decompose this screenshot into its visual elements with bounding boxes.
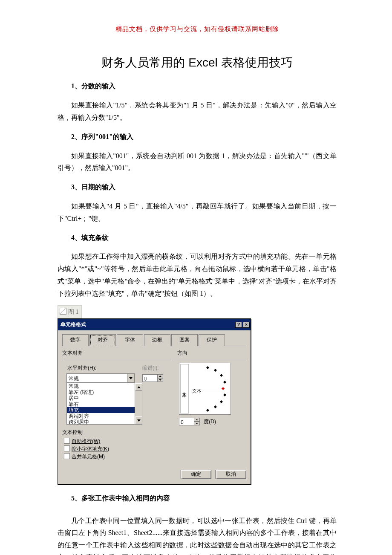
scroll-down-button[interactable] — [135, 416, 142, 424]
list-item[interactable]: 两端对齐 — [67, 413, 142, 419]
section-5-heading: 5、多张工作表中输入相同的内容 — [58, 492, 337, 505]
wrap-checkbox[interactable]: 自动换行(W) — [64, 437, 173, 445]
tab-number[interactable]: 数字 — [62, 334, 89, 346]
list-item[interactable]: 居中 — [67, 395, 142, 401]
horizontal-align-label: 水平对齐(H): — [67, 364, 142, 373]
orientation-group-label: 方向 — [177, 349, 246, 358]
chevron-down-icon — [159, 379, 161, 381]
combo-dropdown-button[interactable] — [127, 373, 135, 383]
checkbox-icon — [64, 453, 70, 459]
section-4-heading: 4、填充条纹 — [58, 232, 337, 244]
degree-label: 度(D) — [204, 419, 216, 425]
dialog-title: 单元格格式 — [61, 320, 86, 330]
orientation-line — [202, 389, 223, 389]
chevron-down-icon — [129, 377, 133, 379]
tab-font[interactable]: 字体 — [117, 334, 143, 346]
section-1-heading: 1、分数的输入 — [58, 80, 337, 92]
top-note: 精品文档，仅供学习与交流，如有侵权请联系网站删除 — [58, 23, 337, 35]
figure-label: 图 1 — [58, 305, 82, 318]
cancel-button[interactable]: 取消 — [216, 470, 246, 479]
scroll-up-button[interactable] — [135, 383, 142, 391]
horizontal-align-list[interactable]: 常规 靠左 (缩进) 居中 靠右 填充 两端对齐 跨列居中 — [66, 383, 142, 425]
checkbox-icon — [64, 445, 70, 451]
spin-down-button[interactable] — [194, 422, 200, 425]
chevron-up-icon — [159, 376, 161, 377]
list-item-selected[interactable]: 填充 — [67, 407, 142, 413]
section-3-body: 如果要输入"4 月 5 日"，直接输入"4/5"，再敲回车就行了。如果要输入当前… — [58, 200, 337, 225]
merge-checkbox[interactable]: 合并单元格(M) — [64, 453, 173, 460]
dialog-body: 数字 对齐 字体 边框 图案 保护 文本对齐 水平对齐(H): — [58, 330, 251, 484]
tab-protect[interactable]: 保护 — [199, 334, 225, 346]
dialog-titlebar[interactable]: 单元格格式 ? × — [58, 319, 251, 331]
tab-align[interactable]: 对齐 — [89, 334, 116, 346]
main-title: 财务人员常用的 Excel 表格使用技巧 — [58, 52, 337, 73]
section-5-body: 几个工作表中同一位置填入同一数据时，可以选中一张工作表，然后按住 Ctrl 键，… — [58, 515, 337, 555]
shrink-checkbox[interactable]: 缩小字体填充(K) — [64, 445, 173, 453]
spin-up-button[interactable] — [194, 418, 200, 422]
orientation-dial[interactable]: 文本 — [190, 364, 230, 413]
horizontal-align-value: 常规 — [66, 373, 127, 383]
section-1-body: 如果直接输入"1/5"，系统会将其变为"1 月 5 日"，解决办法是：先输入"0… — [58, 99, 337, 124]
horizontal-align-combo[interactable]: 常规 — [66, 373, 135, 383]
scrollbar[interactable] — [135, 383, 142, 424]
list-item[interactable]: 常规 — [67, 383, 142, 389]
tab-strip: 数字 对齐 字体 边框 图案 保护 — [62, 334, 246, 346]
page: 精品文档，仅供学习与交流，如有侵权请联系网站删除 财务人员常用的 Excel 表… — [0, 0, 392, 555]
tab-border[interactable]: 边框 — [144, 334, 170, 346]
chevron-up-icon — [196, 419, 198, 420]
orientation-control[interactable]: 文本 文本 — [179, 363, 231, 415]
cell-format-dialog: 单元格格式 ? × 数字 对齐 字体 边框 图案 保护 文本对齐 — [58, 318, 251, 485]
spin-up-button[interactable] — [157, 374, 163, 378]
indent-value[interactable]: 0 — [142, 374, 157, 382]
section-2-body: 如果直接输入"001"，系统会自动判断 001 为数据 1，解决办法是：首先输入… — [58, 150, 337, 175]
list-item[interactable]: 靠右 — [67, 401, 142, 407]
figure-1: 图 1 单元格格式 ? × 数字 对齐 字体 边框 图案 保护 — [58, 305, 337, 485]
orientation-vertical-text[interactable]: 文本 — [180, 364, 189, 413]
section-4-body: 如果想在工作簿中加入漂亮的横条纹，可以利用对齐方式中的填充功能。先在一单元格内填… — [58, 251, 337, 300]
checkbox-icon — [64, 438, 70, 444]
indent-spinner[interactable]: 0 — [142, 374, 163, 382]
section-2-heading: 2、序列"001"的输入 — [58, 131, 337, 143]
tab-pattern[interactable]: 图案 — [171, 334, 198, 346]
list-item[interactable]: 靠左 (缩进) — [67, 389, 142, 395]
text-align-group-label: 文本对齐 — [62, 349, 173, 358]
chevron-down-icon — [196, 423, 198, 424]
orientation-handle[interactable] — [222, 387, 225, 390]
degree-spinner[interactable]: 0 — [179, 418, 200, 425]
chevron-up-icon — [137, 386, 141, 388]
list-item[interactable]: 跨列居中 — [67, 419, 142, 425]
close-button[interactable]: × — [243, 322, 250, 328]
orientation-text-label: 文本 — [192, 387, 202, 396]
chevron-down-icon — [137, 419, 141, 422]
section-3-heading: 3、日期的输入 — [58, 181, 337, 194]
indent-label: 缩进(I): — [142, 364, 173, 373]
ok-button[interactable]: 确定 — [181, 470, 211, 479]
text-control-group-label: 文本控制 — [62, 428, 173, 437]
spin-down-button[interactable] — [157, 378, 163, 382]
degree-value[interactable]: 0 — [179, 418, 194, 425]
help-button[interactable]: ? — [235, 322, 242, 328]
